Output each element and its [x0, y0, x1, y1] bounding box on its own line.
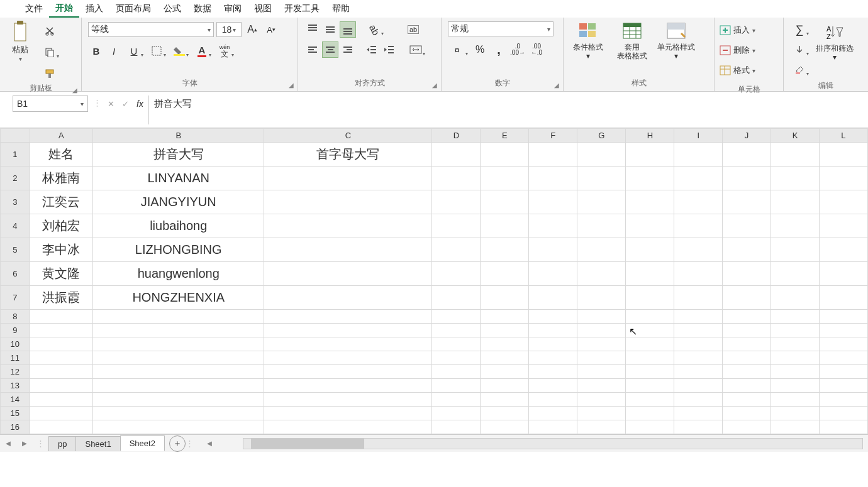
align-middle-icon[interactable] — [322, 21, 338, 38]
cell[interactable] — [771, 214, 819, 238]
wrap-text-icon[interactable]: ab — [405, 21, 421, 38]
cell[interactable] — [432, 286, 481, 310]
currency-icon[interactable]: ¤ — [448, 41, 469, 58]
phonetic-guide-icon[interactable]: wén文 — [214, 43, 235, 59]
row-header[interactable]: 8 — [1, 310, 30, 324]
cell[interactable] — [723, 379, 771, 393]
cell[interactable] — [771, 324, 819, 337]
cell[interactable]: LIZHONGBING — [93, 238, 264, 262]
cell[interactable] — [264, 393, 432, 407]
underline-button[interactable]: U — [123, 43, 145, 59]
cell[interactable] — [529, 420, 577, 434]
cell[interactable] — [264, 337, 432, 351]
cell[interactable] — [481, 214, 529, 238]
cell[interactable] — [626, 324, 674, 337]
cell[interactable] — [674, 310, 723, 324]
percent-icon[interactable]: % — [472, 41, 488, 58]
cell[interactable] — [577, 238, 626, 262]
cell-styles-button[interactable]: 单元格样式▾ — [654, 20, 698, 62]
cell[interactable] — [819, 286, 867, 310]
cell[interactable] — [771, 286, 819, 310]
row-header[interactable]: 3 — [1, 190, 30, 214]
cell[interactable] — [481, 286, 529, 310]
font-name-select[interactable]: 等线▾ — [88, 22, 214, 37]
cell[interactable] — [674, 214, 723, 238]
cell[interactable] — [626, 143, 674, 167]
cell[interactable] — [819, 365, 867, 379]
cell[interactable] — [723, 393, 771, 407]
cell[interactable] — [674, 324, 723, 337]
cell[interactable] — [626, 379, 674, 393]
cell[interactable] — [529, 365, 577, 379]
align-bottom-icon[interactable] — [340, 21, 356, 38]
cell[interactable] — [481, 310, 529, 324]
format-cells-button[interactable]: 格式▾ — [720, 62, 755, 79]
menu-file[interactable]: 文件 — [19, 1, 49, 17]
cell[interactable] — [626, 365, 674, 379]
horizontal-scrollbar[interactable] — [243, 438, 863, 449]
col-header[interactable]: B — [93, 129, 264, 143]
cell[interactable] — [264, 167, 432, 190]
cell[interactable] — [264, 351, 432, 365]
sheet-tab[interactable]: Sheet1 — [75, 436, 120, 451]
fill-icon[interactable] — [789, 41, 810, 58]
cell[interactable] — [771, 420, 819, 434]
cell[interactable] — [577, 351, 626, 365]
cell[interactable] — [529, 238, 577, 262]
fill-color-icon[interactable] — [169, 43, 190, 59]
cell[interactable] — [771, 190, 819, 214]
cell[interactable] — [577, 337, 626, 351]
col-header[interactable]: L — [819, 129, 867, 143]
dialog-launcher-icon[interactable]: ◢ — [554, 82, 559, 89]
cell[interactable] — [529, 324, 577, 337]
col-header[interactable]: I — [674, 129, 723, 143]
increase-indent-icon[interactable] — [381, 41, 398, 58]
decrease-indent-icon[interactable] — [364, 41, 380, 58]
row-header[interactable]: 4 — [1, 214, 30, 238]
select-all-corner[interactable] — [1, 129, 30, 143]
comma-icon[interactable]: , — [491, 41, 507, 58]
col-header[interactable]: K — [771, 129, 819, 143]
cell[interactable] — [577, 407, 626, 420]
paste-button[interactable]: 粘贴 ▾ — [3, 20, 38, 62]
increase-decimal-icon[interactable]: .0.00→ — [509, 41, 526, 58]
cell[interactable] — [481, 238, 529, 262]
cell[interactable] — [577, 214, 626, 238]
cell[interactable] — [264, 407, 432, 420]
cell[interactable] — [93, 324, 264, 337]
align-left-icon[interactable] — [304, 41, 321, 58]
cell[interactable]: huangwenlong — [93, 262, 264, 286]
cell[interactable] — [626, 167, 674, 190]
cell[interactable] — [529, 393, 577, 407]
dialog-launcher-icon[interactable]: ◢ — [289, 82, 294, 89]
cell[interactable] — [771, 310, 819, 324]
cell[interactable] — [30, 393, 92, 407]
cell[interactable] — [481, 190, 529, 214]
cell[interactable] — [264, 238, 432, 262]
cell[interactable] — [674, 393, 723, 407]
cell[interactable] — [577, 420, 626, 434]
cell[interactable] — [481, 393, 529, 407]
cell[interactable] — [481, 324, 529, 337]
copy-icon[interactable] — [39, 44, 60, 60]
cell[interactable] — [577, 143, 626, 167]
cell[interactable] — [432, 407, 481, 420]
cell[interactable] — [674, 351, 723, 365]
menu-help[interactable]: 帮助 — [326, 1, 356, 17]
cell[interactable] — [674, 190, 723, 214]
tab-nav-next-icon[interactable]: ► — [18, 437, 31, 451]
number-format-select[interactable]: 常规▾ — [448, 21, 554, 36]
cell[interactable] — [771, 238, 819, 262]
cell[interactable] — [93, 420, 264, 434]
col-header[interactable]: J — [723, 129, 771, 143]
cell[interactable] — [432, 351, 481, 365]
row-header[interactable]: 7 — [1, 286, 30, 310]
cell[interactable] — [723, 365, 771, 379]
clear-icon[interactable] — [789, 62, 810, 78]
cell[interactable] — [30, 379, 92, 393]
format-as-table-button[interactable]: 套用 表格格式 — [610, 20, 654, 62]
cell[interactable] — [432, 393, 481, 407]
cell[interactable] — [626, 337, 674, 351]
cell[interactable] — [93, 393, 264, 407]
cell[interactable] — [723, 337, 771, 351]
